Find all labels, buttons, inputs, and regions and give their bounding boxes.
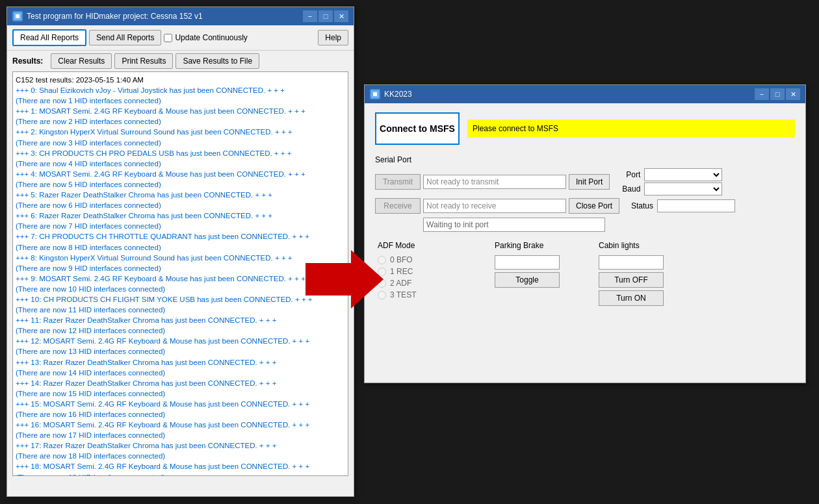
baud-row: Baud	[618, 183, 722, 195]
svg-rect-1	[16, 14, 20, 18]
read-all-reports-button[interactable]: Read All Reports	[12, 29, 86, 46]
receive-status-input	[423, 199, 566, 213]
connect-msfs-button[interactable]: Connect to MSFS	[375, 112, 460, 145]
minimize-button[interactable]: −	[303, 10, 317, 22]
list-item: +++ 1: MOSART Semi. 2.4G RF Keyboard & M…	[16, 106, 345, 116]
list-item: +++ 8: Kingston HyperX Virtual Surround …	[16, 253, 345, 263]
list-item: (There are now 7 HID interfaces connecte…	[16, 221, 345, 231]
list-item: +++ 0: Shaul Eizikovich vJoy - Virtual J…	[16, 85, 345, 95]
second-maximize-button[interactable]: □	[770, 88, 785, 100]
list-item: +++ 6: Razer Razer DeathStalker Chroma h…	[16, 210, 345, 221]
parking-brake-section: Parking Brake Toggle	[495, 241, 560, 306]
list-item: +++ 13: Razer Razer DeathStalker Chroma …	[16, 357, 345, 368]
serial-port-section: Serial Port Transmit Init Port Port Baud	[375, 155, 795, 232]
port-select[interactable]	[644, 168, 722, 181]
clear-results-button[interactable]: Clear Results	[51, 53, 112, 69]
list-item: (There are now 14 HID interfaces connect…	[16, 368, 345, 378]
list-item: (There are now 16 HID interfaces connect…	[16, 409, 345, 420]
receive-button[interactable]: Receive	[375, 198, 421, 214]
results-area[interactable]: C152 test results: 2023-05-15 1:40 AM+++…	[12, 71, 348, 476]
adf-option-test: 3 TEST	[378, 290, 443, 299]
main-window: Test program for HIDmaker project: Cessn…	[6, 6, 354, 497]
list-item: +++ 17: Razer Razer DeathStalker Chroma …	[16, 440, 345, 451]
update-continuously-checkbox[interactable]	[164, 34, 172, 42]
serial-port-label: Serial Port	[375, 155, 795, 164]
list-item: +++ 3: CH PRODUCTS CH PRO PEDALS USB has…	[16, 148, 345, 158]
list-item: (There are now 9 HID interfaces connecte…	[16, 263, 345, 273]
status-input	[657, 199, 735, 212]
main-window-title: Test program for HIDmaker project: Cessn…	[27, 12, 203, 21]
list-item: C152 test results: 2023-05-15 1:40 AM	[16, 75, 345, 85]
list-item: (There are now 8 HID interfaces connecte…	[16, 242, 345, 253]
adf-option-rec: 1 REC	[378, 267, 443, 276]
help-button[interactable]: Help	[318, 30, 348, 45]
svg-rect-4	[373, 92, 377, 96]
second-window-title: KK2023	[384, 90, 412, 99]
list-item: (There are now 5 HID interfaces connecte…	[16, 179, 345, 190]
adf-mode-label: ADF Mode	[378, 241, 443, 250]
svg-marker-2	[306, 250, 384, 309]
baud-label: Baud	[618, 184, 640, 194]
update-continuously-label[interactable]: Update Continuously	[164, 33, 247, 42]
turn-on-button[interactable]: Turn ON	[599, 290, 664, 306]
maximize-button[interactable]: □	[318, 10, 333, 22]
close-port-button[interactable]: Close Port	[569, 198, 619, 214]
list-item: (There are now 10 HID interfaces connect…	[16, 284, 345, 294]
adf-option-adf: 2 ADF	[378, 279, 443, 288]
list-item: +++ 7: CH PRODUCTS CH THROTTLE QUADRANT …	[16, 231, 345, 242]
send-all-reports-button[interactable]: Send All Reports	[89, 30, 161, 45]
status-label: Status	[627, 201, 653, 210]
results-label: Results:	[12, 57, 43, 66]
list-item: +++ 9: MOSART Semi. 2.4G RF Keyboard & M…	[16, 273, 345, 284]
port-label: Port	[618, 170, 640, 179]
list-item: +++ 5: Razer Razer DeathStalker Chroma h…	[16, 190, 345, 200]
parking-brake-label: Parking Brake	[495, 241, 560, 250]
list-item: +++ 18: MOSART Semi. 2.4G RF Keyboard & …	[16, 461, 345, 472]
main-title-bar: Test program for HIDmaker project: Cessn…	[7, 7, 354, 25]
list-item: (There are now 19 HID interfaces connect…	[16, 472, 345, 476]
close-button[interactable]: ✕	[334, 10, 348, 22]
cabin-lights-input	[599, 255, 664, 270]
print-results-button[interactable]: Print Results	[114, 53, 173, 69]
list-item: (There are now 2 HID interfaces connecte…	[16, 116, 345, 127]
list-item: (There are now 18 HID interfaces connect…	[16, 451, 345, 461]
arrow-icon	[306, 247, 384, 314]
list-item: +++ 15: MOSART Semi. 2.4G RF Keyboard & …	[16, 399, 345, 409]
list-item: (There are now 4 HID interfaces connecte…	[16, 158, 345, 169]
second-content: Connect to MSFS Please connect to MSFS S…	[365, 103, 805, 315]
second-close-button[interactable]: ✕	[786, 88, 800, 100]
bottom-section: ADF Mode 0 BFO 1 REC 2 ADF 3 TEST	[375, 241, 795, 306]
second-app-icon	[370, 89, 380, 99]
init-port-button[interactable]: Init Port	[569, 174, 610, 190]
port-row: Port	[618, 168, 722, 181]
list-item: (There are now 6 HID interfaces connecte…	[16, 200, 345, 210]
turn-off-button[interactable]: Turn OFF	[599, 272, 664, 288]
save-results-button[interactable]: Save Results to File	[176, 53, 259, 69]
list-item: (There are now 12 HID interfaces connect…	[16, 325, 345, 336]
list-item: +++ 4: MOSART Semi. 2.4G RF Keyboard & M…	[16, 169, 345, 179]
parking-brake-input	[495, 255, 560, 270]
cabin-lights-section: Cabin lights Turn OFF Turn ON	[599, 241, 664, 306]
second-minimize-button[interactable]: −	[755, 88, 769, 100]
list-item: (There are now 11 HID interfaces connect…	[16, 305, 345, 315]
results-bar: Results: Clear Results Print Results Sav…	[7, 51, 354, 71]
baud-select[interactable]	[644, 183, 722, 195]
transmit-status-input	[423, 175, 566, 189]
list-item: (There are now 1 HID interfaces connecte…	[16, 95, 345, 106]
list-item: +++ 12: MOSART Semi. 2.4G RF Keyboard & …	[16, 336, 345, 346]
list-item: +++ 16: MOSART Semi. 2.4G RF Keyboard & …	[16, 420, 345, 430]
second-window: KK2023 − □ ✕ Connect to MSFS Please conn…	[364, 84, 806, 383]
list-item: +++ 10: CH PRODUCTS CH FLIGHT SIM YOKE U…	[16, 294, 345, 305]
list-item: (There are now 17 HID interfaces connect…	[16, 430, 345, 440]
app-icon	[12, 11, 23, 21]
msfs-status-bar: Please connect to MSFS	[467, 120, 795, 138]
second-title-bar: KK2023 − □ ✕	[365, 85, 805, 103]
toggle-button[interactable]: Toggle	[495, 272, 560, 288]
list-item: (There are now 13 HID interfaces connect…	[16, 346, 345, 357]
list-item: +++ 2: Kingston HyperX Virtual Surround …	[16, 127, 345, 137]
transmit-button[interactable]: Transmit	[375, 174, 421, 190]
connect-row: Connect to MSFS Please connect to MSFS	[375, 112, 795, 145]
adf-option-bfo: 0 BFO	[378, 255, 443, 264]
waiting-input	[423, 218, 605, 232]
adf-mode-section: ADF Mode 0 BFO 1 REC 2 ADF 3 TEST	[378, 241, 443, 306]
